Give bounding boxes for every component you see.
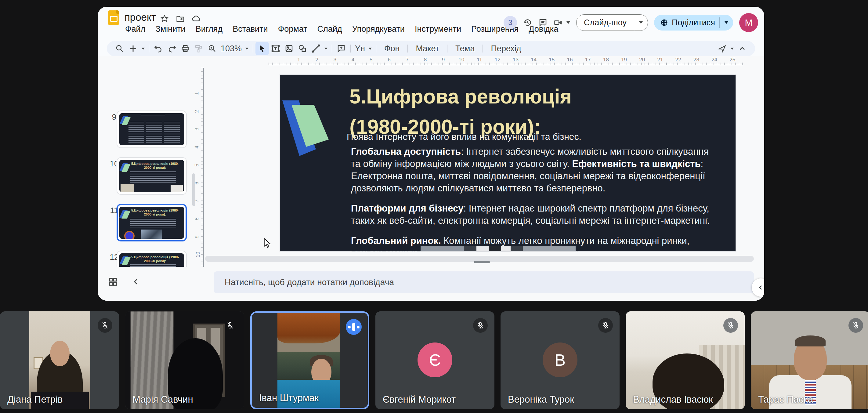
participant-tile-active-speaker[interactable]: Іван Штурмак bbox=[250, 311, 369, 409]
ruler-number: 16 bbox=[567, 57, 573, 63]
insert-comment-icon[interactable] bbox=[335, 42, 348, 55]
new-slide-caret[interactable] bbox=[142, 47, 145, 50]
ruler-number: 10 bbox=[195, 252, 201, 258]
current-slide[interactable]: 5.Цифрова революція (1980-2000-ті роки):… bbox=[280, 75, 736, 251]
collapse-toolbar-icon[interactable] bbox=[736, 42, 749, 55]
toolbar: 103% Yн bbox=[107, 41, 755, 56]
thumbnail-preview: 5.Цифрова революція (1980-2000-ті роки): bbox=[119, 206, 184, 239]
ruler-number: 10 bbox=[458, 57, 464, 63]
slide-body-text[interactable]: Глобальна доступність: Інтернет забезпеч… bbox=[351, 146, 717, 251]
cloud-status-icon[interactable] bbox=[192, 14, 201, 23]
slide-thumbnail-10[interactable]: 5.Цифрова революція (1980-2000-ті роки): bbox=[117, 157, 187, 195]
mic-off-icon bbox=[598, 318, 613, 333]
slideshow-button[interactable]: Слайд-шоу bbox=[576, 14, 648, 31]
participant-tile[interactable]: Марія Савчин bbox=[125, 311, 244, 409]
share-divider bbox=[719, 18, 720, 28]
vertical-ruler: 12345678910 bbox=[196, 68, 204, 267]
speaker-notes-input[interactable]: Натисніть, щоб додати нотатки доповідача bbox=[214, 272, 754, 293]
zoom-level-value[interactable]: 103% bbox=[219, 44, 244, 54]
menu-tools[interactable]: Інструменти bbox=[415, 24, 461, 34]
slideshow-caret[interactable] bbox=[639, 21, 643, 24]
menu-slide[interactable]: Слайд bbox=[317, 24, 342, 34]
menu-view[interactable]: Вигляд bbox=[196, 24, 222, 34]
account-avatar[interactable]: M bbox=[739, 13, 758, 32]
ruler-number: 7 bbox=[406, 57, 408, 63]
share-caret[interactable] bbox=[724, 21, 728, 24]
mouse-cursor bbox=[263, 238, 272, 248]
history-icon[interactable] bbox=[523, 18, 532, 27]
participant-tile[interactable]: Діана Петрів bbox=[0, 311, 119, 409]
grid-view-icon[interactable] bbox=[108, 277, 118, 288]
insert-shape-icon[interactable] bbox=[296, 42, 309, 55]
speaker-notes-placeholder: Натисніть, щоб додати нотатки доповідача bbox=[225, 278, 394, 287]
ruler-number: 11 bbox=[477, 57, 482, 63]
redo-icon[interactable] bbox=[165, 42, 179, 55]
document-title[interactable]: проект bbox=[125, 11, 156, 23]
ruler-number: 6 bbox=[388, 57, 390, 63]
zoom-level-caret[interactable] bbox=[245, 47, 248, 50]
editor-canvas: 1234567891011121314151617181920212223242… bbox=[98, 56, 764, 301]
menu-arrange[interactable]: Упорядкувати bbox=[352, 24, 405, 34]
filmstrip-scrollbar[interactable] bbox=[192, 173, 195, 206]
mic-off-icon bbox=[723, 318, 738, 333]
layout-button[interactable]: Макет bbox=[410, 42, 444, 55]
participant-name: Вероніка Турок bbox=[508, 394, 574, 405]
menu-format[interactable]: Формат bbox=[278, 24, 307, 34]
insert-line-caret[interactable] bbox=[324, 47, 328, 50]
menu-insert[interactable]: Вставити bbox=[232, 24, 268, 34]
slides-window: проект Файл Змінити Вигляд Вставити Форм… bbox=[98, 7, 764, 301]
participant-tile[interactable]: Тарас Паска bbox=[751, 311, 868, 409]
ruler-number: 12 bbox=[495, 57, 500, 63]
slide-thumbnail-9[interactable] bbox=[117, 110, 187, 148]
insert-line-icon[interactable] bbox=[309, 42, 322, 55]
slides-app-icon[interactable] bbox=[108, 10, 119, 25]
comments-icon[interactable] bbox=[538, 18, 548, 27]
ruler-number: 18 bbox=[603, 57, 609, 63]
zoom-in-icon[interactable] bbox=[206, 42, 219, 55]
font-chip-caret[interactable] bbox=[369, 47, 372, 50]
thumbnail-preview bbox=[119, 113, 184, 145]
transition-button[interactable]: Перехід bbox=[485, 42, 526, 55]
slide-thumbnail-11-selected[interactable]: 5.Цифрова революція (1980-2000-ті роки): bbox=[117, 204, 187, 242]
move-folder-icon[interactable] bbox=[176, 14, 185, 23]
background-button[interactable]: Фон bbox=[379, 42, 405, 55]
camera-dropdown-caret[interactable] bbox=[566, 21, 570, 24]
slide-lead-text[interactable]: Поява Інтернету та його вплив на комунік… bbox=[347, 132, 581, 142]
audio-level-indicator bbox=[346, 319, 362, 335]
ruler-number: 17 bbox=[585, 57, 591, 63]
present-to-meeting-icon[interactable] bbox=[554, 18, 563, 27]
theme-button[interactable]: Тема bbox=[450, 42, 480, 55]
ruler-number: 19 bbox=[621, 57, 627, 63]
participant-avatar: Є bbox=[417, 343, 452, 377]
undo-icon[interactable] bbox=[152, 42, 165, 55]
select-tool-icon[interactable] bbox=[255, 42, 269, 55]
search-menus-icon[interactable] bbox=[113, 42, 126, 55]
insert-image-icon[interactable] bbox=[282, 42, 296, 55]
ruler-number: 22 bbox=[675, 57, 681, 63]
menu-file[interactable]: Файл bbox=[125, 24, 145, 34]
filmstrip-collapse-icon[interactable] bbox=[132, 278, 140, 287]
print-icon[interactable] bbox=[179, 42, 192, 55]
slide-thumbnail-12[interactable]: 5.Цифрова революція (1980-2000-ті роки): bbox=[117, 251, 187, 267]
laser-pointer-caret[interactable] bbox=[731, 47, 734, 50]
star-icon[interactable] bbox=[160, 14, 169, 23]
notes-resize-handle[interactable] bbox=[474, 261, 490, 263]
font-chip[interactable]: Yн bbox=[353, 44, 367, 54]
menu-edit[interactable]: Змінити bbox=[155, 24, 185, 34]
text-box-icon[interactable] bbox=[269, 42, 282, 55]
version-badge[interactable]: 3 bbox=[504, 16, 517, 29]
mic-off-icon bbox=[223, 318, 238, 333]
participant-tile[interactable]: Владислав Івасюк bbox=[626, 311, 745, 409]
participant-tile[interactable]: Є Євгеній Морикот bbox=[375, 311, 494, 409]
laser-pointer-icon[interactable] bbox=[715, 42, 729, 55]
new-slide-plus-icon[interactable] bbox=[126, 42, 140, 55]
participant-name: Тарас Паска bbox=[758, 394, 813, 405]
menubar: Файл Змінити Вигляд Вставити Формат Слай… bbox=[125, 24, 558, 34]
share-button[interactable]: Поділитися bbox=[654, 14, 733, 31]
participant-tile[interactable]: В Вероніка Турок bbox=[500, 311, 620, 409]
paint-format-icon[interactable] bbox=[192, 42, 206, 55]
slide-decoration-shapes bbox=[280, 100, 347, 174]
ruler-number: 25 bbox=[730, 57, 735, 63]
participant-name: Іван Штурмак bbox=[259, 392, 319, 404]
ruler-number: 23 bbox=[693, 57, 699, 63]
